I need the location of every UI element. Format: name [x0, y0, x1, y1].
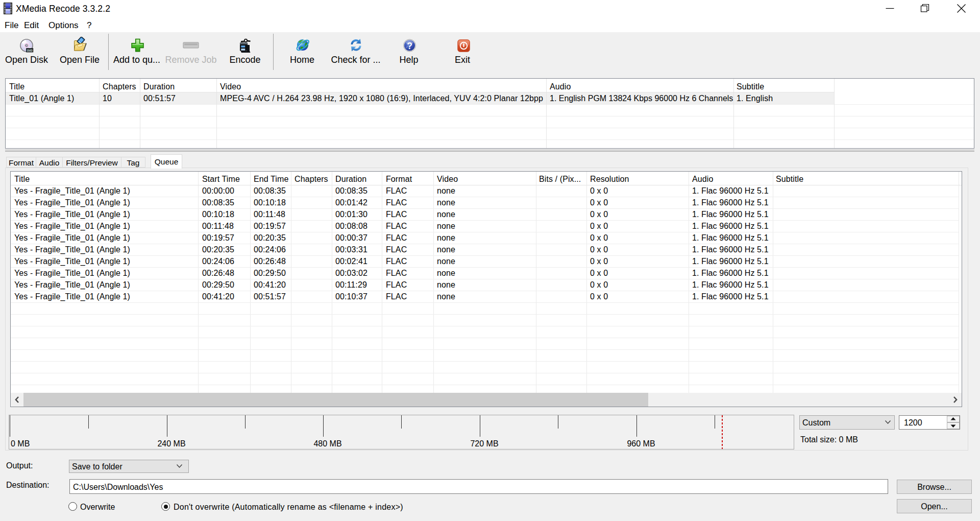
svg-text:?: ?: [407, 41, 412, 51]
svg-text:DVD: DVD: [27, 49, 33, 52]
